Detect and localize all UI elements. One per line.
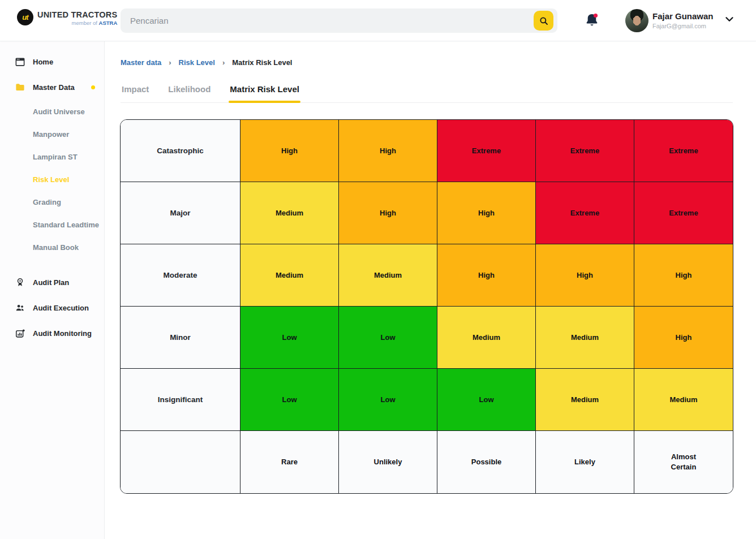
breadcrumb-risk-level[interactable]: Risk Level [179, 58, 215, 67]
impact-label-insignificant: Insignificant [121, 369, 240, 431]
likelihood-label-possible: Possible [437, 431, 536, 493]
breadcrumb-separator-icon: › [222, 58, 225, 67]
sidebar-item-lampiran-st[interactable]: Lampiran ST [0, 145, 104, 168]
risk-cell-extreme: Extreme [536, 182, 634, 244]
chevron-down-icon[interactable] [723, 13, 736, 25]
risk-cell-extreme: Extreme [437, 120, 536, 182]
people-icon [15, 303, 33, 313]
notification-dot [594, 14, 598, 18]
user-meta: Fajar Gunawan FajarG@gmail.com [652, 11, 714, 29]
sidebar-item-label: Audit Plan [33, 278, 69, 287]
sidebar-item-grading[interactable]: Grading [0, 191, 104, 213]
tab-matrix-risk-level[interactable]: Matrix Risk Level [229, 81, 300, 102]
risk-cell-low: Low [437, 369, 536, 431]
risk-cell-low: Low [240, 369, 339, 431]
sidebar-item-manpower[interactable]: Manpower [0, 123, 104, 145]
tab-likelihood[interactable]: Likelihood [167, 81, 212, 102]
sidebar-item-audit-plan[interactable]: Audit Plan [0, 270, 104, 295]
risk-cell-medium: Medium [240, 244, 339, 307]
sidebar-item-label: Audit Monitoring [33, 329, 92, 338]
main-content: Master data › Risk Level › Matrix Risk L… [105, 41, 756, 539]
sidebar-item-label: Lampiran ST [33, 153, 78, 161]
likelihood-label-likely: Likely [536, 431, 634, 493]
risk-cell-high: High [339, 120, 437, 182]
risk-cell-extreme: Extreme [536, 120, 634, 182]
sidebar-item-manual-book[interactable]: Manual Book [0, 236, 104, 258]
sidebar-item-label: Manual Book [33, 243, 79, 252]
risk-cell-high: High [240, 120, 339, 182]
astra-brand: ASTRA [99, 20, 118, 26]
risk-cell-extreme: Extreme [634, 120, 733, 182]
likelihood-label-rare: Rare [240, 431, 339, 493]
bell-icon [584, 12, 600, 29]
impact-label-major: Major [121, 182, 240, 244]
user-email: FajarG@gmail.com [652, 23, 714, 29]
breadcrumb: Master data › Risk Level › Matrix Risk L… [121, 58, 292, 67]
sidebar-item-audit-monitoring[interactable]: Audit Monitoring [0, 321, 104, 346]
risk-cell-medium: Medium [339, 244, 437, 307]
member-of-astra: member of ASTRA [37, 20, 117, 26]
likelihood-label-unlikely: Unlikely [339, 431, 437, 493]
brand-name: UNITED TRACTORS [37, 10, 117, 19]
sidebar-item-label: Manpower [33, 130, 69, 139]
risk-cell-medium: Medium [536, 307, 634, 369]
user-name: Fajar Gunawan [652, 11, 714, 21]
risk-cell-medium: Medium [536, 369, 634, 431]
risk-cell-medium: Medium [437, 307, 536, 369]
sidebar-item-audit-universe[interactable]: Audit Universe [0, 100, 104, 123]
risk-cell-low: Low [339, 307, 437, 369]
risk-cell-high: High [339, 182, 437, 244]
risk-cell-extreme: Extreme [634, 182, 733, 244]
sidebar-item-audit-execution[interactable]: Audit Execution [0, 295, 104, 321]
search-input[interactable] [121, 8, 557, 33]
sidebar-item-home[interactable]: Home [0, 49, 104, 75]
folder-icon [15, 82, 33, 93]
sidebar-item-label: Home [33, 58, 53, 66]
search-button[interactable] [534, 11, 553, 31]
bar-chart-icon [15, 328, 33, 339]
member-of-text: member of [72, 20, 97, 26]
breadcrumb-master-data[interactable]: Master data [121, 58, 161, 67]
risk-cell-low: Low [240, 307, 339, 369]
brand-logo: ut UNITED TRACTORS member of ASTRA [17, 9, 117, 26]
sidebar-item-master-data[interactable]: Master Data [0, 75, 104, 100]
risk-cell-high: High [437, 182, 536, 244]
impact-label-moderate: Moderate [121, 244, 240, 307]
risk-cell-low: Low [339, 369, 437, 431]
top-bar: ut UNITED TRACTORS member of ASTRA [0, 0, 756, 41]
breadcrumb-separator-icon: › [169, 58, 171, 67]
sidebar-item-standard-leadtime[interactable]: Standard Leadtime [0, 213, 104, 236]
tab-impact[interactable]: Impact [121, 81, 150, 102]
sidebar: Home Master Data Audit Universe Manpower… [0, 41, 105, 539]
medal-icon [15, 277, 33, 288]
united-tractors-logo-icon: ut [17, 9, 33, 25]
search-bar [121, 8, 557, 33]
sidebar-item-risk-level[interactable]: Risk Level [0, 168, 104, 191]
notification-dot [91, 85, 95, 89]
risk-cell-high: High [634, 307, 733, 369]
notification-bell[interactable] [584, 12, 600, 29]
sidebar-item-label: Grading [33, 198, 61, 206]
matrix-corner-cell [121, 431, 240, 493]
sidebar-item-label: Standard Leadtime [33, 221, 99, 229]
risk-cell-medium: Medium [634, 369, 733, 431]
search-icon [539, 16, 549, 26]
sidebar-spacer [0, 258, 104, 270]
risk-cell-medium: Medium [240, 182, 339, 244]
window-icon [15, 57, 33, 67]
sidebar-item-label: Audit Execution [33, 304, 89, 312]
sidebar-item-label: Risk Level [33, 175, 69, 184]
risk-matrix: CatastrophicHighHighExtremeExtremeExtrem… [120, 119, 733, 494]
impact-label-minor: Minor [121, 307, 240, 369]
impact-label-catastrophic: Catastrophic [121, 120, 240, 182]
likelihood-label-almost-certain: Almost Certain [634, 431, 733, 493]
sidebar-item-label: Master Data [33, 83, 75, 92]
tab-bar: Impact Likelihood Matrix Risk Level [121, 81, 733, 103]
risk-cell-high: High [437, 244, 536, 307]
breadcrumb-current: Matrix Risk Level [232, 58, 292, 67]
sidebar-item-label: Audit Universe [33, 107, 85, 116]
risk-cell-high: High [634, 244, 733, 307]
brand-text: UNITED TRACTORS member of ASTRA [37, 9, 117, 26]
avatar[interactable] [625, 9, 648, 32]
risk-cell-high: High [536, 244, 634, 307]
